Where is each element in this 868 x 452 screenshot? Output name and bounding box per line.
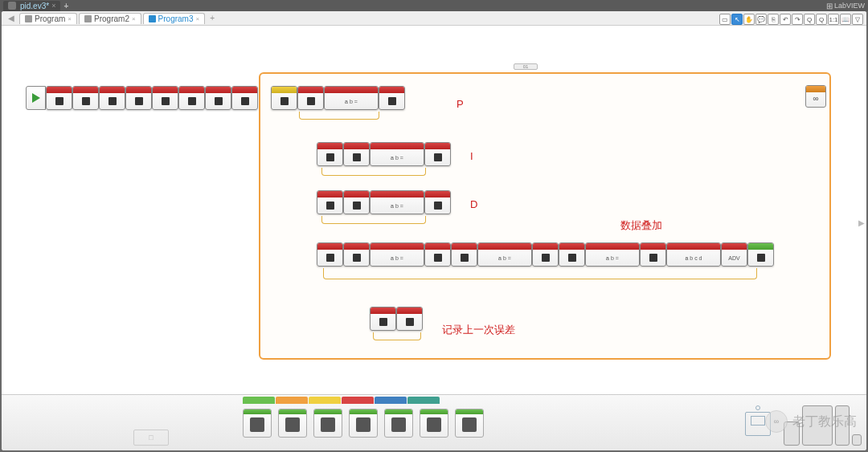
content-surface[interactable]: □: [133, 430, 169, 446]
back-button[interactable]: ◀: [5, 14, 18, 22]
workspace: ◀ Program× Program2× Program3× + ▭ ↖ ✋ 💬…: [2, 11, 866, 450]
variable-block[interactable]: [297, 86, 324, 110]
palette-tab-action[interactable]: [243, 397, 275, 404]
tool-zoom-out[interactable]: Q: [804, 14, 815, 25]
add-project-button[interactable]: +: [63, 2, 68, 10]
palette-block-2[interactable]: [278, 409, 307, 438]
math-block[interactable]: a b =: [370, 242, 424, 267]
close-icon[interactable]: ×: [196, 15, 200, 22]
variable-block[interactable]: [451, 242, 477, 267]
math-block[interactable]: a b =: [370, 142, 424, 166]
palette-block-3[interactable]: [313, 409, 342, 438]
math-adv-block[interactable]: a b c d: [666, 242, 721, 267]
variable-block[interactable]: [178, 86, 205, 110]
variable-block[interactable]: [231, 86, 258, 110]
doc-icon: [84, 15, 92, 22]
close-icon[interactable]: ×: [51, 2, 55, 10]
close-icon[interactable]: ×: [132, 15, 136, 22]
variable-block[interactable]: [72, 86, 99, 110]
project-name: pid.ev3*: [20, 2, 49, 10]
variable-block[interactable]: [152, 86, 178, 110]
variable-block[interactable]: [343, 242, 370, 267]
start-block[interactable]: [26, 86, 46, 110]
variable-block[interactable]: [532, 242, 559, 267]
brick-icon: ⊞: [826, 2, 833, 10]
palette-tab-advanced[interactable]: [375, 397, 407, 404]
math-block[interactable]: a b =: [477, 242, 532, 267]
label-p: P: [457, 98, 464, 110]
app-titlebar: pid.ev3* × + ⊞ LabVIEW: [0, 0, 868, 11]
project-tab[interactable]: pid.ev3* ×: [3, 1, 60, 11]
palette-block-1[interactable]: [243, 409, 272, 438]
variable-block[interactable]: [370, 307, 396, 331]
wifi-icon: [755, 405, 760, 410]
tool-help[interactable]: 📖: [840, 14, 851, 25]
watermark-text: 老丁教乐高: [792, 413, 857, 430]
palette-block-4[interactable]: [349, 409, 378, 438]
variable-block[interactable]: [396, 307, 423, 331]
label-record: 记录上一次误差: [442, 323, 515, 337]
program-canvas[interactable]: 01 ∞ a b = P a b = I a b = D 数据叠加: [2, 26, 866, 394]
program-tabs: ◀ Program× Program2× Program3× + ▭ ↖ ✋ 💬…: [2, 11, 866, 26]
palette-tab-flow[interactable]: [276, 397, 308, 404]
doc-icon: [25, 15, 32, 22]
variable-block[interactable]: [640, 242, 666, 267]
math-block[interactable]: a b =: [585, 242, 640, 267]
watermark-icon: ∞: [765, 410, 788, 433]
tool-page[interactable]: ▭: [719, 14, 731, 25]
label-i: I: [470, 150, 473, 162]
tool-expand[interactable]: ▽: [852, 14, 863, 25]
palette-tab-sensor[interactable]: [309, 397, 341, 404]
tab-program3[interactable]: Program3×: [143, 13, 206, 24]
tab-program[interactable]: Program×: [19, 13, 77, 24]
palette-block-7[interactable]: [455, 409, 484, 438]
tool-zoom-in[interactable]: Q: [816, 14, 827, 25]
math-block[interactable]: a b =: [324, 86, 379, 110]
loop-counter: 01: [514, 63, 538, 70]
palette-block-5[interactable]: [384, 409, 413, 438]
labview-label: LabVIEW: [834, 2, 865, 10]
tool-zoom-reset[interactable]: 1:1: [828, 14, 839, 25]
tool-save[interactable]: ⎘: [768, 14, 779, 25]
variable-block[interactable]: [99, 86, 125, 110]
motor-block[interactable]: [747, 242, 774, 267]
tool-redo[interactable]: ↷: [792, 14, 803, 25]
variable-block[interactable]: ADV: [721, 242, 747, 267]
scroll-right[interactable]: ▶: [858, 218, 866, 231]
variable-block[interactable]: [125, 86, 152, 110]
close-icon[interactable]: ×: [68, 15, 72, 22]
palette-tab-data[interactable]: [342, 397, 374, 404]
variable-block[interactable]: [424, 142, 451, 166]
block-palette: □ ∞ 老丁教乐高: [2, 394, 866, 450]
canvas-toolbar: ▭ ↖ ✋ 💬 ⎘ ↶ ↷ Q Q 1:1 📖 ▽: [719, 14, 863, 25]
palette-tab-myblocks[interactable]: [407, 397, 440, 404]
variable-block[interactable]: [424, 190, 451, 214]
variable-block[interactable]: [559, 242, 585, 267]
variable-block[interactable]: [424, 242, 451, 267]
doc-icon: [149, 15, 156, 22]
add-tab-button[interactable]: +: [207, 14, 218, 22]
loop-end[interactable]: ∞: [805, 85, 826, 108]
math-block[interactable]: a b =: [370, 190, 424, 214]
variable-block[interactable]: [46, 86, 72, 110]
variable-block[interactable]: [343, 190, 370, 214]
variable-block[interactable]: [317, 190, 343, 214]
watermark: ∞ 老丁教乐高: [765, 410, 857, 433]
variable-block[interactable]: [205, 86, 231, 110]
tab-program2[interactable]: Program2×: [79, 13, 141, 24]
tool-pan[interactable]: ✋: [743, 14, 755, 25]
palette-block-6[interactable]: [420, 409, 448, 438]
tool-undo[interactable]: ↶: [780, 14, 791, 25]
tool-pointer[interactable]: ↖: [731, 14, 743, 25]
expand-dock[interactable]: [852, 434, 862, 446]
gear-icon: [8, 2, 16, 10]
variable-block[interactable]: [317, 242, 343, 267]
variable-block[interactable]: [343, 142, 370, 166]
sensor-block[interactable]: [271, 86, 297, 110]
variable-block[interactable]: [379, 86, 405, 110]
infinity-icon: ∞: [806, 92, 825, 103]
tool-comment[interactable]: 💬: [755, 14, 767, 25]
palette-tabs: [243, 397, 866, 404]
label-sum: 数据叠加: [620, 218, 662, 233]
variable-block[interactable]: [317, 142, 343, 166]
